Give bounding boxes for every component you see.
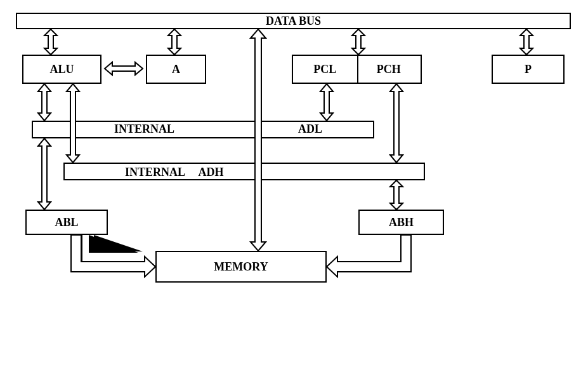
arrow-adh-abh <box>390 180 403 210</box>
memory-label: MEMORY <box>214 260 268 274</box>
arrow-databus-memory <box>251 29 266 251</box>
caption-line-1: Partial Block Diagram of MCS650X Includi… <box>13 382 575 388</box>
internal-adl-adl-label: ADL <box>298 123 322 136</box>
arrow-abl-memory-2 <box>94 235 143 251</box>
a-box: A <box>146 55 206 84</box>
pch-label: PCH <box>357 56 421 83</box>
pc-box: PCL PCH <box>292 55 422 84</box>
caption: Partial Block Diagram of MCS650X Includi… <box>13 382 575 388</box>
memory-box: MEMORY <box>155 251 327 283</box>
data-bus: DATA BUS <box>16 13 571 29</box>
arrow-pcl-adl <box>320 84 333 121</box>
arrow-databus-a <box>168 29 181 55</box>
abh-box: ABH <box>358 210 444 235</box>
arrow-databus-p <box>520 29 533 55</box>
internal-adh-bus: INTERNAL ADH <box>63 163 425 180</box>
alu-box: ALU <box>22 55 101 84</box>
alu-label: ALU <box>49 63 74 76</box>
arrow-pch-adh <box>390 84 403 163</box>
internal-adl-bus <box>32 121 374 138</box>
arrow-adl-abl <box>38 138 51 210</box>
arrow-abl-memory-real <box>71 235 155 277</box>
a-label: A <box>172 63 180 76</box>
arrow-abl-memory-inner <box>95 235 140 251</box>
arrow-databus-alu <box>44 29 57 55</box>
internal-adl-internal-label: INTERNAL <box>114 123 174 136</box>
abl-box: ABL <box>25 210 108 235</box>
arrow-alu-a <box>105 62 143 75</box>
block-diagram: DATA BUS ALU A PCL PCH P INTERNAL ADL IN… <box>13 13 575 375</box>
abh-label: ABH <box>389 216 414 229</box>
p-box: P <box>492 55 565 84</box>
arrow-abh-memory <box>327 235 411 277</box>
pcl-label: PCL <box>293 56 357 83</box>
arrow-databus-pc <box>352 29 365 55</box>
arrow-abl-memory <box>73 235 155 276</box>
abl-label: ABL <box>55 216 78 229</box>
arrow-alu-adl <box>38 84 51 121</box>
data-bus-label: DATA BUS <box>266 15 321 28</box>
internal-adh-label: INTERNAL ADH <box>125 166 224 179</box>
p-label: P <box>525 63 532 76</box>
